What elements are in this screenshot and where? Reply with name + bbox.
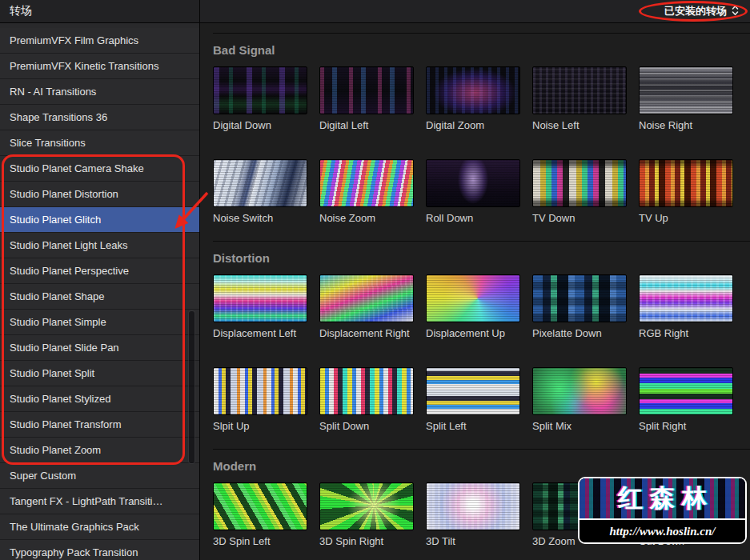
transition-split-right[interactable]: Split Right bbox=[639, 367, 733, 433]
transition-noise-switch[interactable]: Noise Switch bbox=[213, 159, 307, 225]
watermark-logo-area: 红森林 bbox=[580, 478, 745, 518]
transition-thumb[interactable] bbox=[319, 274, 414, 322]
transition-3d-spin-right[interactable]: 3D Spin Right bbox=[319, 482, 414, 548]
transition-thumb[interactable] bbox=[532, 159, 627, 207]
sidebar-item-studio-planet-simple[interactable]: Studio Planet Simple bbox=[0, 310, 199, 335]
transition-label: Displacement Up bbox=[426, 327, 520, 340]
transition-thumb[interactable] bbox=[426, 159, 520, 207]
transition-thumb[interactable] bbox=[426, 274, 520, 322]
transition-thumb[interactable] bbox=[639, 274, 733, 322]
sidebar-item-studio-planet-perspective[interactable]: Studio Planet Perspective bbox=[0, 258, 199, 284]
transition-label: Split Left bbox=[426, 420, 520, 433]
sidebar-item-tangent-fx-lightpath[interactable]: Tangent FX - LightPath Transiti… bbox=[0, 489, 199, 514]
transition-label: 3D Spin Right bbox=[319, 535, 414, 548]
transition-pixelatte-down[interactable]: Pixelatte Down bbox=[532, 274, 627, 340]
transition-thumb[interactable] bbox=[319, 66, 414, 114]
sidebar-item-premiumvfx-kinetic-transitions[interactable]: PremiumVFX Kinetic Transitions bbox=[0, 54, 199, 79]
sidebar-item-premiumvfx-film-graphics[interactable]: PremiumVFX Film Graphics bbox=[0, 28, 199, 54]
transition-noise-left[interactable]: Noise Left bbox=[532, 66, 627, 132]
transition-label: Digital Left bbox=[319, 119, 414, 132]
transition-digital-down[interactable]: Digital Down bbox=[213, 66, 307, 132]
sidebar-header: 转场 bbox=[0, 0, 200, 22]
transition-label: Noise Zoom bbox=[319, 212, 414, 225]
transition-thumb[interactable] bbox=[319, 482, 414, 530]
sidebar-item-studio-planet-slide-pan[interactable]: Studio Planet Slide Pan bbox=[0, 335, 199, 361]
sidebar-item-slice-transitions[interactable]: Slice Transitions bbox=[0, 130, 199, 156]
sidebar-item-shape-transitions-36[interactable]: Shape Transitions 36 bbox=[0, 105, 199, 130]
transition-tv-down[interactable]: TV Down bbox=[532, 159, 627, 225]
chevron-updown-icon bbox=[732, 5, 739, 18]
sidebar-item-studio-planet-stylized[interactable]: Studio Planet Stylized bbox=[0, 386, 199, 412]
transition-3d-tilt[interactable]: 3D Tilt bbox=[426, 482, 520, 548]
transition-label: Pixelatte Down bbox=[532, 327, 627, 340]
transition-digital-left[interactable]: Digital Left bbox=[319, 66, 414, 132]
transition-label: Noise Switch bbox=[213, 212, 307, 225]
transition-label: TV Up bbox=[639, 212, 733, 225]
transition-displacement-left[interactable]: Displacement Left bbox=[213, 274, 307, 340]
transition-label: Split Down bbox=[319, 420, 414, 433]
sidebar-item-studio-planet-shape[interactable]: Studio Planet Shape bbox=[0, 284, 199, 310]
sidebar-item-typography-pack-transition[interactable]: Typography Pack Transition bbox=[0, 540, 199, 560]
transition-displacement-up[interactable]: Displacement Up bbox=[426, 274, 520, 340]
transition-label: Noise Left bbox=[532, 119, 627, 132]
transition-slpit-up[interactable]: Slpit Up bbox=[213, 367, 307, 433]
transition-tv-up[interactable]: TV Up bbox=[639, 159, 733, 225]
transition-rgb-right[interactable]: RGB Right bbox=[639, 274, 733, 340]
section-bad-signal: Bad Signal Digital Down Digital Left Dig… bbox=[213, 33, 750, 241]
sidebar-item-studio-planet-glitch[interactable]: Studio Planet Glitch bbox=[0, 207, 199, 233]
transition-split-down[interactable]: Split Down bbox=[319, 367, 414, 433]
section-grid: Displacement Left Displacement Right Dis… bbox=[213, 274, 750, 433]
transition-label: Digital Zoom bbox=[426, 119, 520, 132]
transition-split-mix[interactable]: Split Mix bbox=[532, 367, 627, 433]
sidebar-item-super-custom[interactable]: Super Custom bbox=[0, 463, 199, 489]
top-bar-right: 已安装的转场 bbox=[200, 0, 750, 22]
transition-thumb[interactable] bbox=[213, 482, 307, 530]
transition-thumb[interactable] bbox=[213, 274, 307, 322]
watermark-url: http://www.hoslin.cn/ bbox=[580, 518, 745, 542]
sidebar-scrollbar[interactable] bbox=[188, 310, 195, 464]
transition-split-left[interactable]: Split Left bbox=[426, 367, 520, 433]
sidebar-item-studio-planet-transform[interactable]: Studio Planet Transform bbox=[0, 412, 199, 438]
transition-thumb[interactable] bbox=[639, 66, 733, 114]
installed-transitions-dropdown[interactable]: 已安装的转场 bbox=[661, 2, 742, 21]
transition-thumb[interactable] bbox=[319, 159, 414, 207]
transition-noise-right[interactable]: Noise Right bbox=[639, 66, 733, 132]
transition-thumb[interactable] bbox=[426, 66, 520, 114]
transition-noise-zoom[interactable]: Noise Zoom bbox=[319, 159, 414, 225]
transition-label: Displacement Right bbox=[319, 327, 414, 340]
sidebar-item-studio-planet-camera-shake[interactable]: Studio Planet Camera Shake bbox=[0, 156, 199, 182]
transition-thumb[interactable] bbox=[213, 66, 307, 114]
transition-thumb[interactable] bbox=[426, 367, 520, 415]
transition-thumb[interactable] bbox=[639, 159, 733, 207]
transition-thumb[interactable] bbox=[532, 367, 627, 415]
sidebar-item-rn-ai-transitions[interactable]: RN - AI Transitions bbox=[0, 79, 199, 105]
transition-roll-down[interactable]: Roll Down bbox=[426, 159, 520, 225]
sidebar-item-studio-planet-zoom[interactable]: Studio Planet Zoom bbox=[0, 438, 199, 463]
section-title: Bad Signal bbox=[213, 43, 750, 57]
section-grid: Digital Down Digital Left Digital Zoom N… bbox=[213, 66, 750, 225]
transition-label: 3D Tilt bbox=[426, 535, 520, 548]
transition-label: Roll Down bbox=[426, 212, 520, 225]
transition-thumb[interactable] bbox=[426, 482, 520, 530]
transition-3d-spin-left[interactable]: 3D Spin Left bbox=[213, 482, 307, 548]
transition-label: Digital Down bbox=[213, 119, 307, 132]
sidebar-item-studio-planet-distortion[interactable]: Studio Planet Distortion bbox=[0, 182, 199, 207]
transition-label: RGB Right bbox=[639, 327, 733, 340]
transition-label: TV Down bbox=[532, 212, 627, 225]
transition-digital-zoom[interactable]: Digital Zoom bbox=[426, 66, 520, 132]
section-title: Distortion bbox=[213, 251, 750, 265]
transition-thumb[interactable] bbox=[532, 274, 627, 322]
sidebar-item-studio-planet-light-leaks[interactable]: Studio Planet Light Leaks bbox=[0, 233, 199, 258]
transition-thumb[interactable] bbox=[319, 367, 414, 415]
section-title: Modern bbox=[213, 459, 750, 473]
top-bar: 转场 已安装的转场 bbox=[0, 0, 750, 23]
transition-thumb[interactable] bbox=[639, 367, 733, 415]
transitions-browser-window: 转场 已安装的转场 PremiumVFX Film Graphics Premi… bbox=[0, 0, 750, 560]
transition-displacement-right[interactable]: Displacement Right bbox=[319, 274, 414, 340]
sidebar-item-ultimate-graphics-pack[interactable]: The Ultimate Graphics Pack bbox=[0, 514, 199, 540]
transition-thumb[interactable] bbox=[532, 66, 627, 114]
sidebar-item-studio-planet-split[interactable]: Studio Planet Split bbox=[0, 361, 199, 386]
transition-thumb[interactable] bbox=[213, 159, 307, 207]
watermark-title: 红森林 bbox=[611, 482, 714, 515]
transition-thumb[interactable] bbox=[213, 367, 307, 415]
